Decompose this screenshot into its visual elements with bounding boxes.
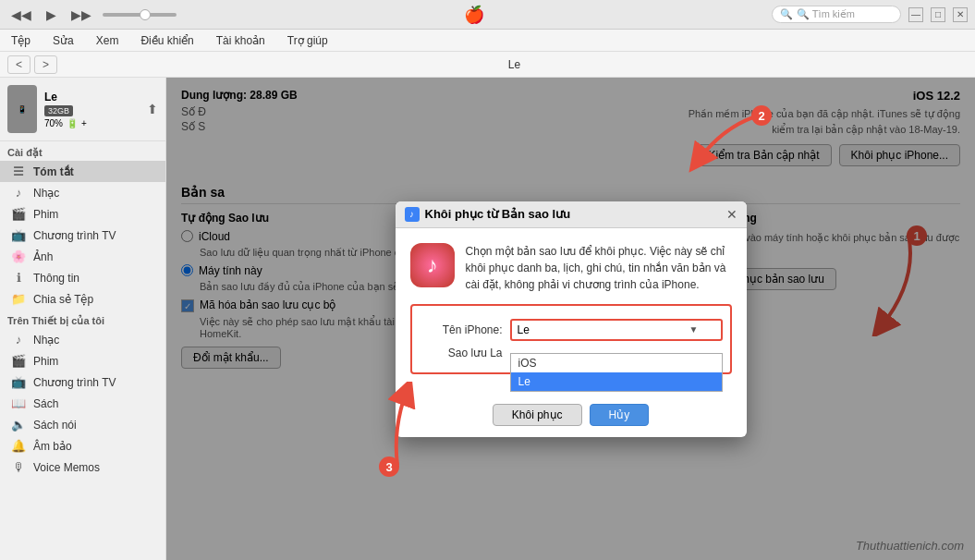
phim-icon: 🎬 [11, 207, 26, 221]
prev-button[interactable]: ◀◀ [7, 6, 35, 24]
ten-iphone-row: Tên iPhone: Le ▼ [420, 319, 723, 341]
dialog-body: ♪ Chọn một bản sao lưu để khôi phục. Việ… [396, 228, 747, 396]
sidebar-section-caidat: Cài đặt [0, 141, 165, 161]
dialog-buttons: Khôi phục Hủy [396, 396, 747, 437]
dialog-icon: ♪ [405, 207, 420, 222]
nav-title: Le [61, 58, 968, 71]
sidebar-item-label-nhac2: Nhạc [33, 334, 59, 347]
sidebar-item-label-sach: Sách [33, 397, 58, 410]
sidebar: 📱 Le 32GB 70% 🔋+ ⬆ Cài đặt ☰ Tóm tắt ♪ N… [0, 78, 166, 560]
sidebar-item-label-nhac: Nhạc [33, 187, 59, 200]
ten-iphone-dropdown[interactable]: Le ▼ [510, 319, 723, 341]
menu-help[interactable]: Trợ giúp [284, 32, 332, 49]
sidebar-section-trentb: Trên Thiết bị của tôi [0, 310, 165, 329]
huy-dialog-btn[interactable]: Hủy [590, 404, 650, 426]
search-icon: 🔍 [780, 8, 793, 20]
close-button[interactable]: ✕ [953, 7, 968, 22]
sidebar-item-phim2[interactable]: 🎬 Phim [0, 350, 165, 371]
sach-icon: 📖 [11, 396, 26, 410]
device-name: Le [44, 91, 140, 103]
dialog-title: Khôi phục từ Bản sao lưu [425, 207, 571, 221]
arrow-2-svg [689, 105, 772, 179]
sidebar-item-tv2[interactable]: 📺 Chương trình TV [0, 371, 165, 393]
title-bar: ◀◀ ▶ ▶▶ 🍎 🔍 🔍 Tìm kiếm — □ ✕ [0, 0, 975, 30]
tv2-icon: 📺 [11, 375, 26, 389]
dropdown-arrow: ▼ [689, 324, 699, 335]
device-details: Le 32GB 70% 🔋+ [44, 91, 140, 128]
battery-percent: 70% [44, 118, 63, 128]
sidebar-item-label-thongtin: Thông tin [33, 272, 79, 285]
dialog-close-button[interactable]: ✕ [726, 207, 737, 222]
khoi-phuc-dialog-btn[interactable]: Khôi phục [493, 404, 582, 426]
search-box[interactable]: 🔍 🔍 Tìm kiếm [772, 6, 901, 23]
phim2-icon: 🎬 [11, 354, 26, 368]
menu-bar: Tệp Sửa Xem Điều khiển Tài khoản Trợ giú… [0, 30, 975, 52]
next-button[interactable]: ▶▶ [67, 6, 95, 24]
number-2: 2 [751, 105, 772, 126]
content-area: Dung lượng: 28.89 GB Số Đ Số S iOS 12.2 … [166, 78, 975, 560]
sachnoi-icon: 🔈 [11, 418, 26, 432]
sidebar-item-label-voicememos: Voice Memos [33, 461, 100, 474]
sidebar-item-ambao[interactable]: 🔔 Âm bảo [0, 435, 165, 457]
tv-icon: 📺 [11, 228, 26, 242]
number-3: 3 [379, 457, 399, 477]
menu-view[interactable]: Xem [92, 32, 123, 49]
sidebar-item-thongtin[interactable]: ℹ Thông tin [0, 267, 165, 288]
sidebar-item-chuongtrinhtv[interactable]: 📺 Chương trình TV [0, 225, 165, 246]
voice-icon: 🎙 [11, 460, 26, 474]
sidebar-item-voicememos[interactable]: 🎙 Voice Memos [0, 457, 165, 478]
sidebar-item-tomtat[interactable]: ☰ Tóm tắt [0, 161, 165, 182]
info-icon: ℹ [11, 271, 26, 285]
sidebar-item-label-anh: Ảnh [33, 250, 53, 263]
play-button[interactable]: ▶ [43, 6, 60, 24]
sidebar-item-label-sachnoi: Sách nói [33, 419, 77, 432]
dropdown-list: iOS Le [510, 353, 723, 392]
restore-dialog: ♪ Khôi phục từ Bản sao lưu ✕ ♪ Chọn một … [396, 201, 747, 437]
menu-edit[interactable]: Sửa [49, 32, 78, 49]
arrow-2-container: 2 [689, 105, 772, 182]
sidebar-item-label-chiase: Chia sẻ Tệp [33, 293, 93, 306]
ambao-icon: 🔔 [11, 439, 26, 453]
sidebar-item-label-ambao: Âm bảo [33, 440, 72, 453]
itunes-icon: ♪ [410, 243, 455, 287]
sidebar-item-nhac2[interactable]: ♪ Nhạc [0, 329, 165, 350]
search-placeholder: 🔍 Tìm kiếm [797, 8, 855, 20]
main-layout: 📱 Le 32GB 70% 🔋+ ⬆ Cài đặt ☰ Tóm tắt ♪ N… [0, 78, 975, 560]
nav-bar: < > Le [0, 52, 975, 78]
sidebar-item-label-tv: Chương trình TV [33, 229, 116, 242]
volume-slider[interactable] [103, 13, 177, 17]
dialog-overlay: 2 3 ♪ Khôi phục từ [166, 78, 975, 560]
sidebar-item-label-phim: Phim [33, 208, 58, 221]
menu-file[interactable]: Tệp [7, 32, 34, 49]
sidebar-item-chiase[interactable]: 📁 Chia sẻ Tệp [0, 288, 165, 310]
minimize-button[interactable]: — [908, 7, 923, 22]
back-button[interactable]: < [7, 55, 30, 74]
sidebar-item-label-tv2: Chương trình TV [33, 376, 116, 389]
dropdown-selected-value[interactable]: Le ▼ [510, 319, 723, 341]
share-icon: 📁 [11, 292, 26, 306]
sidebar-item-phim[interactable]: 🎬 Phim [0, 203, 165, 225]
forward-button[interactable]: > [34, 55, 57, 74]
sidebar-item-label-phim2: Phim [33, 355, 58, 368]
nhac-icon: ♪ [11, 186, 26, 200]
sidebar-item-sach[interactable]: 📖 Sách [0, 393, 165, 414]
nhac2-icon: ♪ [11, 333, 26, 347]
dialog-description: Chọn một bản sao lưu để khôi phục. Việc … [466, 243, 732, 293]
menu-account[interactable]: Tài khoản [213, 32, 269, 49]
sidebar-item-nhac[interactable]: ♪ Nhạc [0, 182, 165, 203]
battery-bar: 70% 🔋+ [44, 118, 140, 128]
tomtat-icon: ☰ [11, 164, 26, 178]
sidebar-item-label-tomtat: Tóm tắt [33, 165, 74, 178]
sidebar-item-anh[interactable]: 🌸 Ảnh [0, 246, 165, 267]
media-controls: ◀◀ ▶ ▶▶ [7, 6, 177, 24]
dialog-top: ♪ Chọn một bản sao lưu để khôi phục. Việ… [410, 243, 732, 293]
anh-icon: 🌸 [11, 250, 26, 263]
sort-icon[interactable]: ⬆ [147, 102, 158, 116]
sidebar-item-sachnoi[interactable]: 🔈 Sách nói [0, 414, 165, 435]
maximize-button[interactable]: □ [931, 7, 945, 22]
dropdown-option-ios[interactable]: iOS [511, 354, 722, 372]
saoluu-la-label: Sao lưu La [420, 347, 503, 359]
dropdown-option-le[interactable]: Le [511, 372, 722, 391]
menu-controls[interactable]: Điều khiển [137, 32, 197, 49]
ten-iphone-label: Tên iPhone: [420, 323, 503, 336]
